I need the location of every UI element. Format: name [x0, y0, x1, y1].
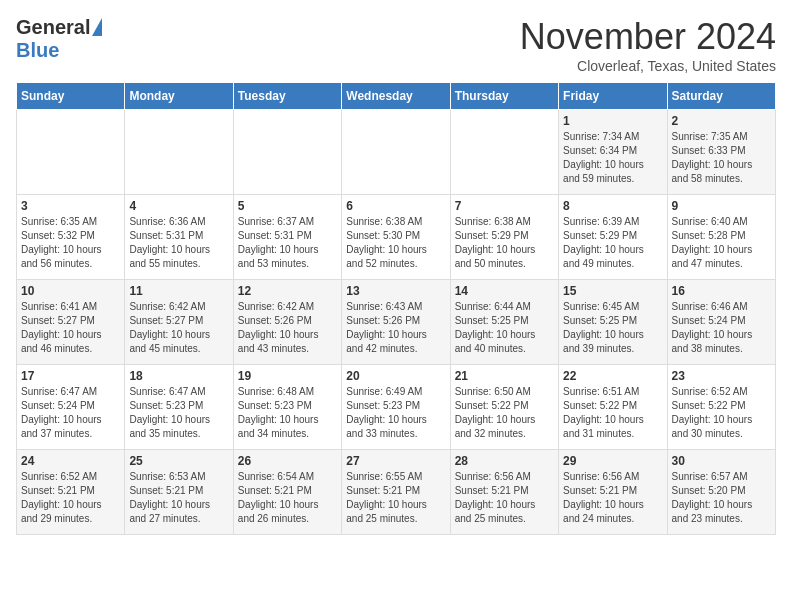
week-row-3: 17Sunrise: 6:47 AM Sunset: 5:24 PM Dayli… — [17, 365, 776, 450]
header-cell-friday: Friday — [559, 83, 667, 110]
day-number: 18 — [129, 369, 228, 383]
week-row-2: 10Sunrise: 6:41 AM Sunset: 5:27 PM Dayli… — [17, 280, 776, 365]
day-info: Sunrise: 6:47 AM Sunset: 5:24 PM Dayligh… — [21, 385, 120, 441]
calendar-body: 1Sunrise: 7:34 AM Sunset: 6:34 PM Daylig… — [17, 110, 776, 535]
header-cell-tuesday: Tuesday — [233, 83, 341, 110]
day-cell: 1Sunrise: 7:34 AM Sunset: 6:34 PM Daylig… — [559, 110, 667, 195]
header-cell-sunday: Sunday — [17, 83, 125, 110]
day-number: 14 — [455, 284, 554, 298]
day-cell: 17Sunrise: 6:47 AM Sunset: 5:24 PM Dayli… — [17, 365, 125, 450]
day-number: 23 — [672, 369, 771, 383]
day-cell: 6Sunrise: 6:38 AM Sunset: 5:30 PM Daylig… — [342, 195, 450, 280]
day-info: Sunrise: 6:49 AM Sunset: 5:23 PM Dayligh… — [346, 385, 445, 441]
logo-blue-text: Blue — [16, 39, 59, 62]
day-cell: 25Sunrise: 6:53 AM Sunset: 5:21 PM Dayli… — [125, 450, 233, 535]
day-number: 26 — [238, 454, 337, 468]
day-cell: 16Sunrise: 6:46 AM Sunset: 5:24 PM Dayli… — [667, 280, 775, 365]
day-number: 7 — [455, 199, 554, 213]
day-info: Sunrise: 6:36 AM Sunset: 5:31 PM Dayligh… — [129, 215, 228, 271]
day-number: 2 — [672, 114, 771, 128]
day-info: Sunrise: 6:53 AM Sunset: 5:21 PM Dayligh… — [129, 470, 228, 526]
day-number: 3 — [21, 199, 120, 213]
day-number: 30 — [672, 454, 771, 468]
day-cell: 7Sunrise: 6:38 AM Sunset: 5:29 PM Daylig… — [450, 195, 558, 280]
day-info: Sunrise: 6:38 AM Sunset: 5:30 PM Dayligh… — [346, 215, 445, 271]
header-cell-saturday: Saturday — [667, 83, 775, 110]
day-number: 1 — [563, 114, 662, 128]
day-number: 9 — [672, 199, 771, 213]
title-block: November 2024 Cloverleaf, Texas, United … — [520, 16, 776, 74]
day-number: 24 — [21, 454, 120, 468]
day-number: 8 — [563, 199, 662, 213]
day-number: 28 — [455, 454, 554, 468]
header-cell-wednesday: Wednesday — [342, 83, 450, 110]
location-subtitle: Cloverleaf, Texas, United States — [520, 58, 776, 74]
day-cell: 26Sunrise: 6:54 AM Sunset: 5:21 PM Dayli… — [233, 450, 341, 535]
day-info: Sunrise: 6:40 AM Sunset: 5:28 PM Dayligh… — [672, 215, 771, 271]
day-info: Sunrise: 6:57 AM Sunset: 5:20 PM Dayligh… — [672, 470, 771, 526]
day-cell: 9Sunrise: 6:40 AM Sunset: 5:28 PM Daylig… — [667, 195, 775, 280]
day-info: Sunrise: 6:50 AM Sunset: 5:22 PM Dayligh… — [455, 385, 554, 441]
day-number: 27 — [346, 454, 445, 468]
day-info: Sunrise: 7:35 AM Sunset: 6:33 PM Dayligh… — [672, 130, 771, 186]
day-cell: 30Sunrise: 6:57 AM Sunset: 5:20 PM Dayli… — [667, 450, 775, 535]
week-row-1: 3Sunrise: 6:35 AM Sunset: 5:32 PM Daylig… — [17, 195, 776, 280]
day-number: 5 — [238, 199, 337, 213]
day-cell: 28Sunrise: 6:56 AM Sunset: 5:21 PM Dayli… — [450, 450, 558, 535]
day-number: 12 — [238, 284, 337, 298]
header: General Blue November 2024 Cloverleaf, T… — [16, 16, 776, 74]
day-number: 13 — [346, 284, 445, 298]
day-cell: 18Sunrise: 6:47 AM Sunset: 5:23 PM Dayli… — [125, 365, 233, 450]
day-info: Sunrise: 6:35 AM Sunset: 5:32 PM Dayligh… — [21, 215, 120, 271]
day-number: 4 — [129, 199, 228, 213]
day-cell: 8Sunrise: 6:39 AM Sunset: 5:29 PM Daylig… — [559, 195, 667, 280]
day-number: 11 — [129, 284, 228, 298]
day-number: 25 — [129, 454, 228, 468]
header-row: SundayMondayTuesdayWednesdayThursdayFrid… — [17, 83, 776, 110]
day-info: Sunrise: 6:52 AM Sunset: 5:21 PM Dayligh… — [21, 470, 120, 526]
day-cell: 12Sunrise: 6:42 AM Sunset: 5:26 PM Dayli… — [233, 280, 341, 365]
day-cell: 19Sunrise: 6:48 AM Sunset: 5:23 PM Dayli… — [233, 365, 341, 450]
day-cell: 24Sunrise: 6:52 AM Sunset: 5:21 PM Dayli… — [17, 450, 125, 535]
logo: General Blue — [16, 16, 102, 62]
day-info: Sunrise: 6:47 AM Sunset: 5:23 PM Dayligh… — [129, 385, 228, 441]
day-info: Sunrise: 6:48 AM Sunset: 5:23 PM Dayligh… — [238, 385, 337, 441]
day-number: 6 — [346, 199, 445, 213]
day-cell: 15Sunrise: 6:45 AM Sunset: 5:25 PM Dayli… — [559, 280, 667, 365]
day-info: Sunrise: 6:39 AM Sunset: 5:29 PM Dayligh… — [563, 215, 662, 271]
day-number: 10 — [21, 284, 120, 298]
day-cell: 14Sunrise: 6:44 AM Sunset: 5:25 PM Dayli… — [450, 280, 558, 365]
day-number: 21 — [455, 369, 554, 383]
day-info: Sunrise: 7:34 AM Sunset: 6:34 PM Dayligh… — [563, 130, 662, 186]
day-number: 17 — [21, 369, 120, 383]
day-number: 16 — [672, 284, 771, 298]
day-info: Sunrise: 6:51 AM Sunset: 5:22 PM Dayligh… — [563, 385, 662, 441]
day-number: 29 — [563, 454, 662, 468]
day-info: Sunrise: 6:37 AM Sunset: 5:31 PM Dayligh… — [238, 215, 337, 271]
day-cell: 5Sunrise: 6:37 AM Sunset: 5:31 PM Daylig… — [233, 195, 341, 280]
day-cell: 23Sunrise: 6:52 AM Sunset: 5:22 PM Dayli… — [667, 365, 775, 450]
day-cell: 21Sunrise: 6:50 AM Sunset: 5:22 PM Dayli… — [450, 365, 558, 450]
week-row-0: 1Sunrise: 7:34 AM Sunset: 6:34 PM Daylig… — [17, 110, 776, 195]
day-info: Sunrise: 6:45 AM Sunset: 5:25 PM Dayligh… — [563, 300, 662, 356]
day-number: 20 — [346, 369, 445, 383]
day-cell: 10Sunrise: 6:41 AM Sunset: 5:27 PM Dayli… — [17, 280, 125, 365]
day-cell: 13Sunrise: 6:43 AM Sunset: 5:26 PM Dayli… — [342, 280, 450, 365]
month-title: November 2024 — [520, 16, 776, 58]
day-cell: 20Sunrise: 6:49 AM Sunset: 5:23 PM Dayli… — [342, 365, 450, 450]
day-info: Sunrise: 6:54 AM Sunset: 5:21 PM Dayligh… — [238, 470, 337, 526]
day-cell — [125, 110, 233, 195]
day-cell — [342, 110, 450, 195]
week-row-4: 24Sunrise: 6:52 AM Sunset: 5:21 PM Dayli… — [17, 450, 776, 535]
day-cell: 3Sunrise: 6:35 AM Sunset: 5:32 PM Daylig… — [17, 195, 125, 280]
day-cell: 27Sunrise: 6:55 AM Sunset: 5:21 PM Dayli… — [342, 450, 450, 535]
day-cell: 22Sunrise: 6:51 AM Sunset: 5:22 PM Dayli… — [559, 365, 667, 450]
calendar-container: General Blue November 2024 Cloverleaf, T… — [0, 0, 792, 543]
day-info: Sunrise: 6:55 AM Sunset: 5:21 PM Dayligh… — [346, 470, 445, 526]
header-cell-monday: Monday — [125, 83, 233, 110]
day-info: Sunrise: 6:56 AM Sunset: 5:21 PM Dayligh… — [563, 470, 662, 526]
day-info: Sunrise: 6:42 AM Sunset: 5:26 PM Dayligh… — [238, 300, 337, 356]
calendar-header: SundayMondayTuesdayWednesdayThursdayFrid… — [17, 83, 776, 110]
day-cell: 11Sunrise: 6:42 AM Sunset: 5:27 PM Dayli… — [125, 280, 233, 365]
logo-triangle-icon — [92, 18, 102, 36]
